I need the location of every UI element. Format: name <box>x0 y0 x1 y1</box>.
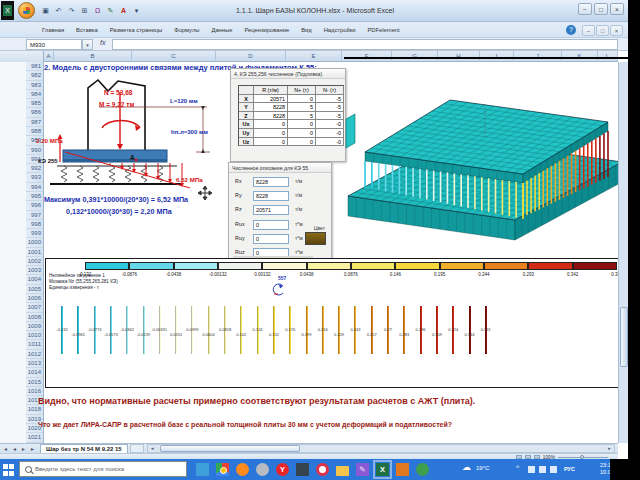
row-header-1014[interactable]: 1014 <box>26 368 43 377</box>
taskbar-pencil-app-icon[interactable]: ✎ <box>356 463 369 476</box>
network-icon[interactable] <box>539 466 546 473</box>
taskbar-chrome-icon[interactable] <box>216 463 229 476</box>
column-header-E[interactable]: E <box>286 51 342 62</box>
qat-icon-1[interactable]: ▣ <box>40 4 51 17</box>
row-header-1013[interactable]: 1013 <box>26 359 43 368</box>
qat-icon-5[interactable]: Ω <box>92 4 103 17</box>
vertical-scrollbar[interactable] <box>618 62 628 443</box>
row-header-1007[interactable]: 1007 <box>26 303 43 312</box>
input-Rz[interactable]: 20571 <box>253 205 289 215</box>
row-header-981[interactable]: 981 <box>26 62 43 71</box>
fx-icon[interactable]: fx <box>100 39 105 46</box>
language-indicator[interactable]: РУС <box>564 466 575 472</box>
qat-icon-2[interactable]: ↶ <box>53 4 64 17</box>
taskbar-excel-icon[interactable]: X <box>376 463 389 476</box>
row-header-1005[interactable]: 1005 <box>26 285 43 294</box>
doc-minimize-button[interactable]: − <box>582 25 595 36</box>
row-header-1008[interactable]: 1008 <box>26 313 43 322</box>
zoom-slider[interactable] <box>558 457 608 458</box>
row-header-1009[interactable]: 1009 <box>26 322 43 331</box>
tray-expand-icon[interactable]: ^ <box>516 464 519 471</box>
qat-icon-6[interactable]: ✎ <box>105 4 116 17</box>
hscroll-left-icon[interactable]: ◄ <box>148 445 157 452</box>
taskbar-search[interactable]: Введите здесь текст для поиска <box>19 461 187 477</box>
row-header-1018[interactable]: 1018 <box>26 405 43 414</box>
row-header-996[interactable]: 996 <box>26 201 43 210</box>
doc-restore-button[interactable]: □ <box>596 25 609 36</box>
minimize-button[interactable]: − <box>578 3 592 15</box>
row-header-1006[interactable]: 1006 <box>26 294 43 303</box>
taskbar-opera-icon[interactable] <box>316 463 329 476</box>
start-button[interactable] <box>3 464 15 476</box>
taskbar-app-window-icon[interactable] <box>196 463 209 476</box>
sheet-nav-prev-icon[interactable]: ◄ <box>11 446 18 452</box>
qat-icon-4[interactable]: ⊞ <box>79 4 90 17</box>
horizontal-scrollbar[interactable]: ◄ ► <box>147 444 615 453</box>
taskbar-app-dark-icon[interactable] <box>296 463 309 476</box>
ribbon-tab-3[interactable]: Разметка страницы <box>104 22 169 38</box>
column-header-C[interactable]: C <box>132 51 216 62</box>
doc-close-button[interactable]: × <box>610 25 623 36</box>
formula-input[interactable] <box>112 39 618 50</box>
security-shield-icon[interactable] <box>528 466 535 473</box>
ribbon-tab-8[interactable]: Надстройки <box>318 22 362 38</box>
row-header-998[interactable]: 998 <box>26 220 43 229</box>
row-header-1003[interactable]: 1003 <box>26 266 43 275</box>
row-header-1001[interactable]: 1001 <box>26 248 43 257</box>
row-header-1011[interactable]: 1011 <box>26 340 43 349</box>
select-all-corner[interactable] <box>0 51 44 62</box>
hscroll-thumb[interactable] <box>160 445 300 452</box>
weather-temp[interactable]: 19°C <box>476 465 489 471</box>
lira-3d-model-view[interactable] <box>344 57 628 254</box>
sheet-nav-last-icon[interactable]: ► <box>29 446 36 452</box>
taskbar-folder-icon[interactable] <box>336 466 349 476</box>
input-Ry[interactable]: 8228 <box>253 191 289 201</box>
name-box-dropdown-icon[interactable]: ▾ <box>82 39 93 50</box>
office-button[interactable] <box>18 2 35 19</box>
ribbon-tab-5[interactable]: Данные <box>205 22 238 38</box>
input-Ruy[interactable]: 0 <box>253 234 289 244</box>
column-header-B[interactable]: B <box>54 51 132 62</box>
help-icon[interactable]: ? <box>566 25 576 35</box>
taskbar-yandex-browser-icon[interactable]: Y <box>276 463 289 476</box>
qat-icon-3[interactable]: ↷ <box>66 4 77 17</box>
name-box[interactable]: M930 <box>26 39 82 50</box>
ribbon-tab-7[interactable]: Вид <box>295 22 318 38</box>
hscroll-right-icon[interactable]: ► <box>605 445 614 452</box>
row-header-1012[interactable]: 1012 <box>26 350 43 359</box>
input-Rux[interactable]: 0 <box>253 220 289 230</box>
ribbon-tab-2[interactable]: Вставка <box>70 22 104 38</box>
row-header-997[interactable]: 997 <box>26 211 43 220</box>
ribbon-tab-9[interactable]: PDFelement <box>361 22 405 38</box>
close-button[interactable]: × <box>610 3 624 15</box>
restore-button[interactable]: □ <box>594 3 608 15</box>
ribbon-tab-4[interactable]: Формулы <box>168 22 205 38</box>
taskbar-app-gray-icon[interactable] <box>256 463 269 476</box>
taskbar-app-orange-icon[interactable] <box>396 463 409 476</box>
ribbon-tab-6[interactable]: Рецензирование <box>238 22 295 38</box>
sheet-tab-active[interactable]: Шар без тр N 54 M 9.22 15 <box>40 444 128 454</box>
volume-icon[interactable] <box>550 466 557 473</box>
input-Rx[interactable]: 8228 <box>253 177 289 187</box>
row-header-1002[interactable]: 1002 <box>26 257 43 266</box>
row-header-1000[interactable]: 1000 <box>26 238 43 247</box>
qat-icon-8[interactable]: ▾ <box>131 4 142 17</box>
row-header-1016[interactable]: 1016 <box>26 387 43 396</box>
qat-icon-7[interactable]: A <box>118 4 129 17</box>
row-header-1015[interactable]: 1015 <box>26 378 43 387</box>
sheet-tab-stub[interactable] <box>130 444 144 453</box>
weather-cloud-icon[interactable]: ☁ <box>462 462 471 472</box>
column-header-D[interactable]: D <box>216 51 286 62</box>
sheet-nav-next-icon[interactable]: ► <box>20 446 27 452</box>
column-header-A[interactable]: A <box>44 51 54 62</box>
taskbar-app-green-icon[interactable] <box>416 463 429 476</box>
row-header-999[interactable]: 999 <box>26 229 43 238</box>
row-header-1004[interactable]: 1004 <box>26 275 43 284</box>
vscroll-thumb[interactable] <box>620 307 628 367</box>
taskbar-firefox-icon[interactable] <box>236 463 249 476</box>
ribbon-tab-1[interactable]: Главная <box>36 22 70 38</box>
color-swatch[interactable] <box>305 232 326 245</box>
row-header-1010[interactable]: 1010 <box>26 331 43 340</box>
row-header-1021[interactable]: 1021 <box>26 433 43 442</box>
sheet-nav-first-icon[interactable]: ◄ <box>2 446 9 452</box>
